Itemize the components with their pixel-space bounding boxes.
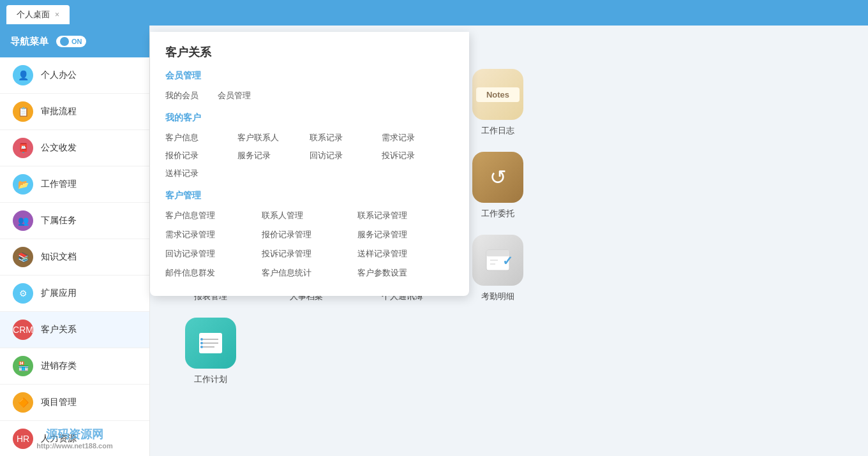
sidebar-label-docs: 公文收发 [41,142,77,154]
sidebar-icon-project: 🔶 [13,392,33,413]
app-item-plan[interactable]: 工作计划 [169,318,252,385]
link-customer-stats[interactable]: 客户信息统计 [262,265,358,281]
sidebar-label-work: 工作管理 [41,179,77,190]
dropdown-title: 客户关系 [165,45,454,60]
membership-links: 我的会员 会员管理 [165,88,454,103]
sidebar-icon-expand: ⚙ [13,283,33,304]
sidebar-item-approval[interactable]: 📋审批流程 [0,94,149,130]
sidebar-icon-approval: 📋 [13,101,33,122]
link-revisit-record-mgmt[interactable]: 回访记录管理 [165,246,262,261]
sidebar-icon-subtask: 👥 [13,210,33,231]
sidebar-label-expand: 扩展应用 [41,288,77,299]
link-contact-mgmt[interactable]: 联系人管理 [262,208,358,223]
link-customer-params[interactable]: 客户参数设置 [357,265,454,281]
svg-point-26 [200,342,203,344]
sidebar-item-subtask[interactable]: 👥下属任务 [0,203,149,239]
app-label-task: 工作委托 [481,208,514,219]
sidebar-item-personal[interactable]: 👤个人办公 [0,57,149,94]
link-quote-record[interactable]: 报价记录 [165,148,237,163]
sidebar-label-project: 项目管理 [41,397,77,408]
link-email-blast[interactable]: 邮件信息群发 [165,265,262,281]
link-membership-mgmt[interactable]: 会员管理 [218,88,251,103]
link-customer-contact[interactable]: 客户联系人 [237,130,310,145]
link-sample-record[interactable]: 送样记录 [165,166,237,181]
app-icon-notes: Notes [472,69,523,120]
link-customer-info-mgmt[interactable]: 客户信息管理 [165,208,262,223]
app-label-attendance: 考勤明细 [481,291,514,302]
tab-close-btn[interactable]: × [55,10,59,19]
section-title-my-customer: 我的客户 [165,112,454,124]
sidebar-label-approval: 审批流程 [41,106,77,117]
sidebar-item-expand[interactable]: ⚙扩展应用 [0,276,149,312]
sidebar-icon-hr: HR [13,429,33,449]
sidebar-label-crm: 客户关系 [41,324,77,335]
link-complaint-record[interactable]: 投诉记录 [382,148,454,163]
section-title-membership: 会员管理 [165,70,454,82]
app-icon-task: ↺ [472,152,523,203]
nav-toggle[interactable]: ON [56,36,86,47]
link-contact-record[interactable]: 联系记录 [310,130,382,145]
toggle-circle [60,37,69,46]
sidebar-item-project[interactable]: 🔶项目管理 [0,385,149,421]
tab-label: 个人桌面 [17,9,50,20]
svg-text:✓: ✓ [502,254,512,268]
sidebar-icon-work: 📂 [13,174,33,195]
section-title-customer-mgmt: 客户管理 [165,190,454,202]
sidebar: 导航菜单 ON 👤个人办公📋审批流程📮公文收发📂工作管理👥下属任务📚知识文档⚙扩… [0,26,150,456]
sidebar-item-knowledge[interactable]: 📚知识文档 [0,239,149,276]
toggle-label: ON [71,38,82,45]
sidebar-icon-crm: CRM [13,320,33,340]
link-customer-info[interactable]: 客户信息 [165,130,237,145]
app-label-notes: 工作日志 [481,125,514,136]
sidebar-label-personal: 个人办公 [41,70,77,81]
sidebar-item-docs[interactable]: 📮公文收发 [0,130,149,166]
my-customer-links: 客户信息 客户联系人 联系记录 需求记录 报价记录 服务记录 回访记录 投诉记录… [165,130,454,181]
svg-point-25 [200,338,203,341]
sidebar-label-inventory: 进销存类 [41,360,77,372]
sidebar-item-inventory[interactable]: 🏪进销存类 [0,348,149,385]
crm-dropdown: 客户关系 会员管理 我的会员 会员管理 我的客户 客户信息 客户联系人 联系记录… [150,32,469,296]
sidebar-icon-personal: 👤 [13,65,33,85]
sidebar-icon-inventory: 🏪 [13,356,33,376]
sidebar-item-hr[interactable]: HR人力资源 [0,421,149,456]
sidebar-label-hr: 人力资源 [41,433,77,445]
link-demand-record[interactable]: 需求记录 [382,130,454,145]
sidebar-label-knowledge: 知识文档 [41,251,77,263]
sidebar-label-subtask: 下属任务 [41,215,77,226]
app-icon-plan [185,318,236,369]
customer-mgmt-links: 客户信息管理 联系人管理 联系记录管理 需求记录管理 报价记录管理 服务记录管理… [165,208,454,281]
sidebar-item-crm[interactable]: CRM客户关系 [0,312,149,348]
sidebar-icon-docs: 📮 [13,138,33,158]
app-icon-attendance: ✓ [472,235,523,286]
link-complaint-record-mgmt[interactable]: 投诉记录管理 [262,246,358,261]
link-quote-record-mgmt[interactable]: 报价记录管理 [262,227,358,242]
sidebar-header: 导航菜单 ON [0,26,149,57]
link-demand-record-mgmt[interactable]: 需求记录管理 [165,227,262,242]
link-contact-record-mgmt[interactable]: 联系记录管理 [357,208,454,223]
sidebar-icon-knowledge: 📚 [13,247,33,267]
link-service-record[interactable]: 服务记录 [237,148,310,163]
link-revisit-record[interactable]: 回访记录 [310,148,382,163]
sidebar-item-work[interactable]: 📂工作管理 [0,166,149,203]
link-service-record-mgmt[interactable]: 服务记录管理 [357,227,454,242]
link-sample-record-mgmt[interactable]: 送样记录管理 [357,246,454,261]
main-layout: 导航菜单 ON 👤个人办公📋审批流程📮公文收发📂工作管理👥下属任务📚知识文档⚙扩… [0,26,868,456]
tab-personal-desk[interactable]: 个人桌面 × [6,5,70,24]
link-my-membership[interactable]: 我的会员 [165,88,198,103]
svg-point-27 [200,346,203,348]
top-bar: 个人桌面 × [0,0,868,26]
app-label-plan: 工作计划 [194,374,227,385]
sidebar-items: 👤个人办公📋审批流程📮公文收发📂工作管理👥下属任务📚知识文档⚙扩展应用CRM客户… [0,57,149,456]
sidebar-title: 导航菜单 [10,36,49,48]
